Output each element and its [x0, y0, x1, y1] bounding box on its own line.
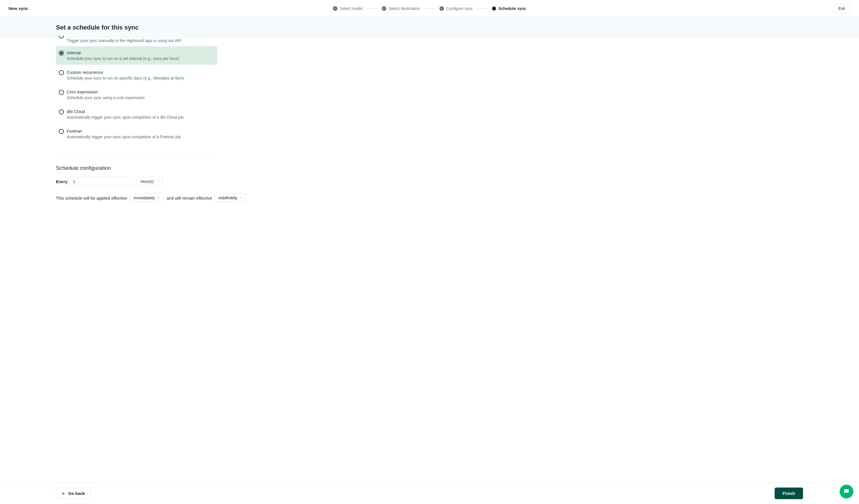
schedule-option-dbt-cloud[interactable]: dbt Cloud Automatically trigger your syn… [56, 105, 217, 123]
option-desc: Schedule your sync using a cron expressi… [67, 95, 214, 100]
schedule-option-cron[interactable]: Cron expression Schedule your sync using… [56, 86, 217, 104]
go-back-button[interactable]: Go back [56, 488, 90, 499]
interval-row: Every Hour(s) [56, 177, 859, 186]
wizard-steps: ✓ Select model ✓ Select destination ✓ Co… [100, 6, 759, 11]
page-title: New sync [9, 6, 100, 11]
option-title: Custom recurrence [67, 70, 214, 75]
select-value: indefinitely [218, 196, 237, 200]
interval-quantity-input[interactable] [70, 177, 135, 186]
step-label: Schedule sync [498, 6, 526, 11]
exit-button[interactable]: Exit [833, 4, 850, 13]
schedule-option-manual-partial[interactable]: Trigger your sync manually in the Highto… [56, 38, 217, 46]
radio-icon [59, 109, 64, 114]
option-desc: Trigger your sync manually in the Highto… [67, 38, 214, 43]
step-connector [424, 8, 436, 9]
schedule-option-custom-recurrence[interactable]: Custom recurrence Schedule your sync to … [56, 66, 217, 84]
sentence-text: and will remain effective [166, 196, 212, 200]
step-label: Select destination [389, 6, 420, 11]
option-desc: Schedule your sync to run on a set inter… [67, 56, 214, 61]
option-desc: Automatically trigger your sync upon com… [67, 115, 214, 120]
step-label: Select model [340, 6, 363, 11]
divider [56, 154, 217, 155]
chevron-down-icon [157, 196, 161, 200]
dot-icon [492, 6, 496, 11]
step-select-destination: ✓ Select destination [382, 6, 420, 11]
radio-icon [59, 90, 64, 95]
schedule-type-options: Trigger your sync manually in the Highto… [56, 38, 217, 143]
step-connector [366, 8, 378, 9]
every-label: Every [56, 179, 67, 184]
option-desc: Automatically trigger your sync upon com… [67, 135, 214, 139]
step-select-model: ✓ Select model [333, 6, 363, 11]
footer-bar: Go back Finish [0, 483, 859, 504]
radio-icon [59, 50, 64, 56]
finish-button[interactable]: Finish [774, 488, 803, 499]
effective-row: This schedule will be applied effective … [56, 193, 859, 202]
chat-widget-button[interactable] [840, 485, 853, 498]
chat-icon [843, 488, 850, 495]
chevron-down-icon [156, 179, 160, 184]
step-schedule-sync: Schedule sync [492, 6, 526, 11]
page-heading: Set a schedule for this sync [56, 24, 859, 31]
step-label: Configure sync [446, 6, 473, 11]
effective-end-select[interactable]: indefinitely [215, 193, 246, 202]
schedule-option-fivetran[interactable]: Fivetran Automatically trigger your sync… [56, 125, 217, 143]
arrow-left-icon [61, 491, 66, 496]
check-icon: ✓ [439, 6, 444, 11]
select-value: Hour(s) [140, 179, 154, 184]
select-value: immediately [134, 196, 155, 200]
option-desc: Schedule your sync to run on specific da… [67, 76, 214, 80]
option-title: Interval [67, 50, 214, 55]
subheader: Set a schedule for this sync [0, 17, 859, 38]
radio-icon [59, 70, 64, 75]
option-title: Cron expression [67, 89, 214, 94]
go-back-label: Go back [68, 491, 85, 496]
sentence-text: This schedule will be applied effective [56, 196, 127, 200]
config-section-title: Schedule configuration [56, 165, 859, 171]
interval-unit-select[interactable]: Hour(s) [137, 177, 163, 186]
header-bar: New sync ✓ Select model ✓ Select destina… [0, 0, 859, 17]
check-icon: ✓ [382, 6, 386, 11]
check-icon: ✓ [333, 6, 337, 11]
option-title: Fivetran [67, 128, 214, 134]
schedule-option-interval[interactable]: Interval Schedule your sync to run on a … [56, 46, 217, 65]
option-title: dbt Cloud [67, 109, 214, 114]
chevron-down-icon [239, 196, 243, 200]
effective-start-select[interactable]: immediately [130, 193, 164, 202]
radio-icon [59, 129, 64, 134]
step-connector [477, 8, 488, 9]
step-configure-sync: ✓ Configure sync [439, 6, 473, 11]
